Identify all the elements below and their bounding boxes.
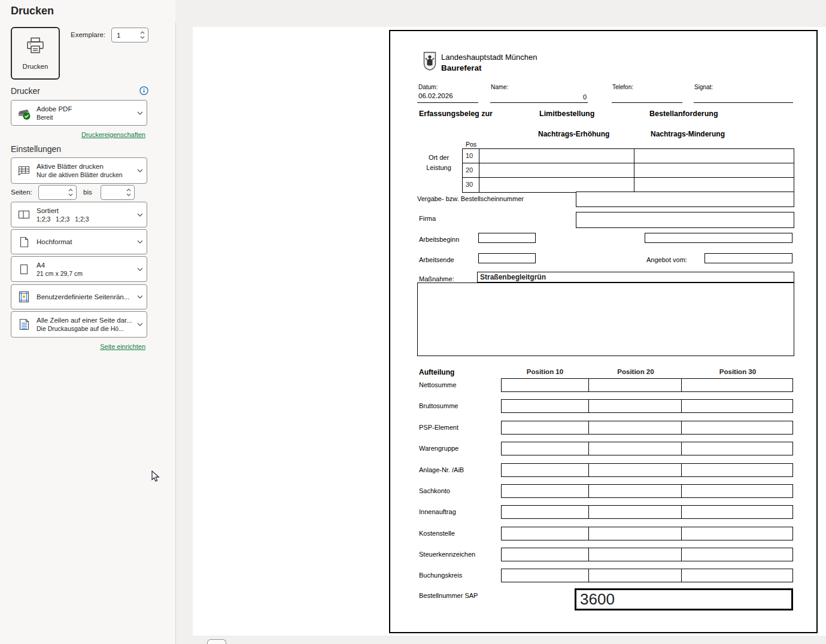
pos-cell (634, 149, 794, 163)
margins-value: Benutzerdefinierte Seitenrän... (37, 293, 133, 300)
row-label-bruttosumme: Bruttosumme (419, 402, 458, 409)
copies-value: 1 (112, 32, 137, 39)
row-label-buchungskreis: Buchungskreis (419, 572, 462, 579)
arbeitsende-label: Arbeitsende (419, 256, 454, 263)
ort-der-leistung-label: Ort der Leistung (417, 153, 460, 173)
page-navigation-stub[interactable] (207, 639, 226, 644)
arbeitsbeginn-field (478, 233, 536, 243)
copies-spinner-arrows[interactable] (137, 31, 148, 39)
row-label-kostenstelle: Kostenstelle (419, 530, 455, 537)
aufteilung-row-boxes (501, 548, 793, 561)
phone-label: Telefon: (612, 84, 633, 90)
form-title-limitbestellung: Limitbestellung (539, 110, 594, 118)
paper-size-value: A4 (37, 262, 133, 269)
what-to-print-select[interactable]: Aktive Blätter drucken Nur die aktiven B… (11, 157, 147, 184)
what-to-print-value: Aktive Blätter drucken (37, 163, 133, 170)
paper-size-icon (11, 264, 37, 275)
row-label-warengruppe: Warengruppe (419, 445, 458, 452)
pos-row-10: 10 (463, 149, 794, 163)
margins-select[interactable]: Benutzerdefinierte Seitenrän... (11, 284, 147, 309)
settings-section-heading: Einstellungen (11, 144, 61, 154)
org-dept: Baureferat (441, 63, 482, 72)
copies-stepper[interactable]: 1 (111, 28, 148, 42)
info-icon[interactable] (139, 86, 148, 95)
pos-cell (479, 178, 634, 192)
massnahme-label: Maßnahme: (419, 275, 454, 282)
vergabe-field (576, 192, 794, 207)
pos-table: 10 20 30 (462, 148, 794, 193)
row-label-innenauftrag: Innenauftrag (419, 508, 456, 515)
paper-size-desc: 21 cm x 29,7 cm (37, 270, 133, 277)
spinner-up-icon (68, 189, 73, 192)
massnahme-description-field (417, 282, 794, 356)
collation-select[interactable]: Sortiert 1;2;3 1;2;3 1;2;3 (11, 202, 147, 227)
aufteilung-row-boxes (501, 442, 793, 455)
aufteilung-row-boxes (501, 505, 793, 519)
form-title-nachtrags-minderung: Nachtrags-Minderung (651, 130, 725, 138)
print-button-label: Drucken (23, 63, 48, 70)
what-to-print-desc: Nur die aktiven Blätter drucken (37, 171, 133, 178)
name-value: 0 (491, 93, 587, 101)
paper-size-select[interactable]: A4 21 cm x 29,7 cm (11, 256, 147, 282)
pos-cell (634, 178, 794, 192)
form-title-bestellanforderung: Bestellanforderung (649, 110, 718, 118)
row-label-psp-element: PSP-Element (419, 424, 458, 431)
chevron-down-icon (133, 169, 147, 172)
mouse-cursor (151, 470, 160, 484)
print-backstage-panel: Drucken Drucken Exemplare: 1 Drucker (0, 0, 175, 644)
chevron-down-icon (133, 323, 147, 326)
massnahme-field: Straßenbegleitgrün (477, 272, 794, 282)
collation-desc: 1;2;3 1;2;3 1;2;3 (37, 215, 133, 223)
form-title-nachtrags-erhoehung: Nachtrags-Erhöhung (538, 130, 609, 138)
spinner-down-icon (68, 193, 73, 196)
orientation-select[interactable]: Hochformat (11, 229, 147, 254)
column-header: Position 20 (589, 368, 682, 375)
sheets-icon (11, 166, 37, 176)
angebot-vom-field (704, 253, 792, 263)
print-button[interactable]: Drucken (11, 27, 60, 80)
printer-select[interactable]: Adobe PDF Bereit (11, 100, 147, 126)
page-title: Drucken (11, 5, 54, 17)
aufteilung-heading: Aufteilung (419, 368, 454, 376)
orientation-value: Hochformat (37, 238, 133, 245)
portrait-page-icon (11, 236, 37, 248)
angebot-vom-label: Angebot vom: (646, 256, 687, 263)
chevron-down-icon (133, 213, 147, 217)
pos-cell (634, 163, 794, 177)
pos-row-30: 30 (463, 178, 794, 192)
firma-label: Firma (419, 215, 436, 222)
aufteilung-row-boxes (501, 463, 793, 477)
row-label-sachkonto: Sachkonto (419, 487, 450, 494)
pages-to-label: bis (83, 189, 92, 196)
pages-from-stepper[interactable] (38, 185, 77, 200)
date-underline (417, 102, 478, 103)
row-label-steuerkennzeichen: Steuerkennzeichen (419, 551, 475, 558)
aufteilung-row-boxes (501, 421, 793, 435)
pos-row-20: 20 (463, 163, 794, 178)
page-setup-link[interactable]: Seite einrichten (100, 343, 145, 350)
sap-number-field: 3600 (575, 588, 793, 610)
arbeitsende-field (478, 253, 536, 263)
chevron-down-icon (133, 240, 147, 244)
printer-properties-link[interactable]: Druckereigenschaften (81, 131, 145, 138)
pos-cell (479, 149, 634, 163)
name-label: Name: (491, 84, 508, 90)
pos-number: 10 (463, 149, 479, 163)
margins-icon (11, 291, 37, 303)
date-label: Datum: (418, 84, 438, 90)
scaling-desc: Die Druckausgabe auf die Hö... (37, 325, 133, 332)
column-header: Position 10 (501, 368, 589, 375)
signat-underline (694, 102, 793, 103)
spinner-up-icon (140, 31, 145, 34)
aufteilung-row-boxes (501, 399, 793, 413)
phone-underline (612, 102, 682, 103)
printer-ready-icon (11, 106, 37, 120)
pos-cell (479, 163, 634, 177)
spinner-down-icon (126, 193, 131, 196)
scaling-select[interactable]: Alle Zeilen auf einer Seite dar... Die D… (11, 311, 147, 338)
column-header: Position 30 (682, 368, 793, 375)
pages-to-stepper[interactable] (101, 185, 135, 200)
aufteilung-row-boxes (501, 527, 793, 540)
pos-number: 30 (463, 178, 479, 192)
aufteilung-row-boxes (501, 569, 793, 582)
